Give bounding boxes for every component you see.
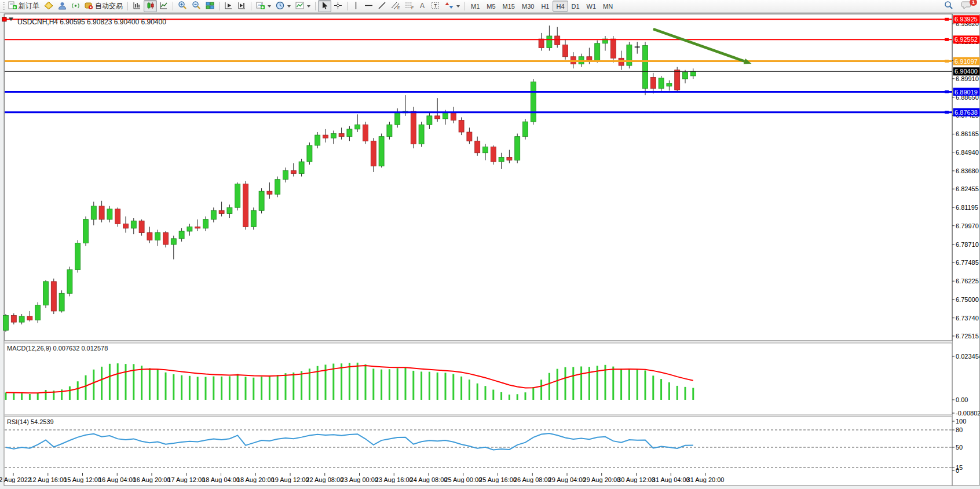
vertical-line-button[interactable] bbox=[350, 0, 362, 12]
chart-shift-icon bbox=[237, 1, 246, 12]
cursor-button[interactable] bbox=[318, 0, 331, 12]
svg-text:6.93925: 6.93925 bbox=[955, 16, 978, 23]
toolbar-grip bbox=[3, 2, 5, 10]
indicators-button[interactable] bbox=[254, 0, 273, 12]
search-button[interactable] bbox=[942, 0, 956, 12]
signals-button[interactable] bbox=[69, 0, 82, 12]
community-button[interactable] bbox=[56, 0, 69, 12]
svg-text:0: 0 bbox=[956, 467, 959, 474]
svg-text:E: E bbox=[397, 6, 400, 10]
timeframe-h4[interactable]: H4 bbox=[553, 1, 568, 12]
auto-trading-button[interactable]: 自动交易 bbox=[82, 0, 125, 12]
svg-text:T: T bbox=[434, 3, 437, 9]
timeframe-h1[interactable]: H1 bbox=[537, 1, 553, 12]
horizontal-line-button[interactable] bbox=[362, 0, 375, 12]
svg-text:22 Aug 08:00: 22 Aug 08:00 bbox=[306, 476, 343, 483]
chart-title-ohlc: USDCNH,H4 6.90595 6.90823 6.90400 6.9040… bbox=[17, 18, 166, 26]
svg-text:12 Aug 16:00: 12 Aug 16:00 bbox=[29, 476, 67, 483]
crosshair-button[interactable] bbox=[331, 0, 345, 12]
trendline-button[interactable] bbox=[375, 0, 389, 12]
text-button[interactable]: A bbox=[416, 0, 429, 12]
fibonacci-button[interactable]: F bbox=[403, 0, 416, 12]
svg-text:USDCNH,H4 6.90595 6.90823 6.9: USDCNH,H4 6.90595 6.90823 6.90400 6.9040… bbox=[17, 18, 166, 26]
pane-splitter[interactable] bbox=[5, 341, 952, 343]
svg-text:6.79970: 6.79970 bbox=[956, 222, 979, 229]
horizontal-line-icon bbox=[364, 1, 373, 12]
timeframe-m5[interactable]: M5 bbox=[483, 1, 499, 12]
equidistant-channel-icon: E bbox=[391, 1, 400, 12]
timeframe-w1[interactable]: W1 bbox=[583, 1, 600, 12]
svg-text:25 Aug 00:00: 25 Aug 00:00 bbox=[444, 476, 482, 483]
svg-text:6.89910: 6.89910 bbox=[956, 75, 979, 82]
new-order-button[interactable]: 新订单 bbox=[6, 0, 42, 12]
timeframe-mn[interactable]: MN bbox=[599, 1, 616, 12]
toolbar-separator bbox=[127, 2, 128, 10]
svg-text:A: A bbox=[420, 2, 425, 10]
svg-text:31 Aug 04:00: 31 Aug 04:00 bbox=[652, 476, 690, 483]
search-icon bbox=[944, 1, 953, 12]
timeframe-m1[interactable]: M1 bbox=[467, 1, 483, 12]
templates-button[interactable] bbox=[293, 0, 313, 12]
timeframe-d1[interactable]: D1 bbox=[568, 1, 583, 12]
toolbar-separator bbox=[219, 2, 220, 10]
timeframe-m15[interactable]: M15 bbox=[499, 1, 518, 12]
new-order-icon bbox=[8, 1, 17, 12]
cursor-icon bbox=[320, 1, 329, 12]
svg-text:12 Aug 2022: 12 Aug 2022 bbox=[0, 476, 31, 483]
equidistant-channel-button[interactable]: E bbox=[389, 0, 403, 12]
toolbar-right-group: 1 bbox=[942, 0, 978, 12]
price-level-badge: 6.91097 bbox=[953, 57, 980, 65]
current-price-badge: 6.90400 bbox=[953, 67, 980, 75]
svg-text:25 Aug 16:00: 25 Aug 16:00 bbox=[479, 476, 517, 483]
zoom-out-button[interactable] bbox=[189, 0, 203, 12]
line-chart-button[interactable] bbox=[157, 0, 170, 12]
auto-trading-icon bbox=[85, 1, 93, 12]
vertical-line-icon bbox=[352, 1, 360, 12]
periods-button[interactable] bbox=[273, 0, 293, 12]
svg-text:18 Aug 04:00: 18 Aug 04:00 bbox=[202, 476, 240, 483]
svg-text:MACD(12,26,9) 0.007632 0.01257: MACD(12,26,9) 0.007632 0.012578 bbox=[7, 345, 108, 352]
svg-text:80: 80 bbox=[956, 426, 963, 433]
svg-text:31 Aug 20:00: 31 Aug 20:00 bbox=[687, 476, 725, 483]
svg-text:18 Aug 20:00: 18 Aug 20:00 bbox=[237, 476, 275, 483]
zoom-in-button[interactable] bbox=[175, 0, 189, 12]
svg-text:6.90400: 6.90400 bbox=[955, 68, 978, 75]
pane-splitter[interactable] bbox=[5, 415, 952, 417]
chart-shift-button[interactable] bbox=[235, 0, 248, 12]
arrows-button[interactable] bbox=[443, 0, 462, 12]
svg-text:17 Aug 12:00: 17 Aug 12:00 bbox=[167, 476, 205, 483]
svg-text:6.77485: 6.77485 bbox=[956, 259, 979, 266]
text-label-icon: T bbox=[431, 1, 440, 12]
svg-text:6.87638: 6.87638 bbox=[955, 109, 978, 116]
notification-badge: 1 bbox=[970, 0, 977, 6]
main-toolbar: 新订单 自动交易 bbox=[0, 0, 980, 13]
candlestick-chart-button[interactable] bbox=[144, 0, 157, 12]
candlestick-icon bbox=[146, 1, 155, 12]
svg-text:6.84940: 6.84940 bbox=[956, 149, 979, 156]
svg-text:6.75000: 6.75000 bbox=[956, 296, 979, 303]
svg-text:24 Aug 08:00: 24 Aug 08:00 bbox=[410, 476, 448, 483]
indicators-icon bbox=[256, 1, 265, 12]
zoom-in-icon bbox=[178, 1, 187, 12]
bar-chart-icon bbox=[133, 1, 141, 12]
price-level-badge: 6.89019 bbox=[953, 88, 980, 96]
profile-icon bbox=[58, 1, 67, 12]
auto-scroll-icon bbox=[224, 1, 233, 12]
timeframe-m30[interactable]: M30 bbox=[518, 1, 537, 12]
svg-text:29 Aug 20:00: 29 Aug 20:00 bbox=[583, 476, 620, 483]
periods-caret-icon bbox=[287, 5, 291, 8]
arrows-caret-icon bbox=[456, 5, 460, 8]
gold-button[interactable] bbox=[42, 0, 56, 12]
toolbar-separator bbox=[251, 2, 251, 10]
templates-icon bbox=[295, 1, 304, 12]
toolbar-separator bbox=[173, 2, 173, 10]
auto-scroll-button[interactable] bbox=[222, 0, 235, 12]
tile-windows-button[interactable] bbox=[203, 0, 217, 12]
svg-text:RSI(14) 54.2539: RSI(14) 54.2539 bbox=[7, 418, 54, 425]
svg-text:6.91097: 6.91097 bbox=[955, 58, 978, 65]
text-label-button[interactable]: T bbox=[429, 0, 443, 12]
bar-chart-button[interactable] bbox=[130, 0, 144, 12]
notifications-button[interactable]: 1 bbox=[959, 0, 974, 12]
svg-text:50: 50 bbox=[956, 444, 963, 451]
svg-text:29 Aug 04:00: 29 Aug 04:00 bbox=[548, 476, 586, 483]
